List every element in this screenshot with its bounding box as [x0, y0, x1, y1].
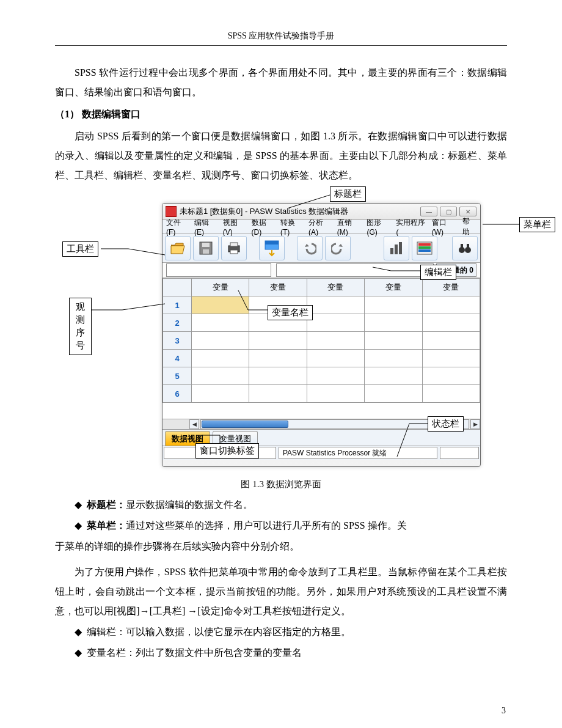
- svg-rect-11: [395, 245, 398, 254]
- bullet-term: 标题栏：: [87, 499, 126, 510]
- row-header[interactable]: 3: [163, 332, 192, 350]
- scroll-right-button[interactable]: ▶: [470, 419, 480, 429]
- data-cell[interactable]: [307, 332, 364, 350]
- menu-data[interactable]: 数据(D): [249, 218, 278, 237]
- svg-rect-9: [265, 241, 279, 245]
- svg-point-17: [459, 247, 465, 253]
- col-header[interactable]: 变量: [192, 279, 249, 296]
- data-cell[interactable]: [422, 367, 480, 385]
- data-cell[interactable]: [192, 296, 249, 314]
- chart-button[interactable]: [384, 236, 409, 260]
- undo-button[interactable]: [297, 236, 323, 260]
- data-cell[interactable]: [422, 314, 480, 332]
- data-cell[interactable]: [307, 296, 364, 314]
- app-icon: [166, 206, 177, 217]
- bar-chart-icon: [389, 241, 404, 256]
- diamond-icon: ◆: [75, 516, 82, 535]
- menu-edit[interactable]: 编辑(E): [192, 218, 221, 237]
- data-cell[interactable]: [422, 332, 480, 350]
- data-cell[interactable]: [192, 314, 249, 332]
- menu-file[interactable]: 文件(F): [164, 218, 192, 237]
- col-header[interactable]: 变量: [249, 279, 307, 296]
- data-cell[interactable]: [307, 314, 364, 332]
- corner-cell[interactable]: [163, 279, 192, 296]
- data-cell[interactable]: [249, 332, 307, 350]
- menu-window[interactable]: 窗口(W): [429, 218, 460, 237]
- label-varname: 变量名栏: [268, 305, 313, 320]
- data-cell[interactable]: [192, 385, 249, 403]
- col-header[interactable]: 变量: [307, 279, 364, 296]
- find-button[interactable]: [452, 236, 478, 260]
- svg-rect-16: [418, 249, 431, 252]
- menu-graphs[interactable]: 图形(G): [364, 218, 393, 237]
- col-header[interactable]: 变量: [365, 279, 422, 296]
- svg-rect-14: [418, 243, 431, 246]
- data-cell[interactable]: [307, 367, 364, 385]
- row-header[interactable]: 5: [163, 367, 192, 385]
- menu-analyze[interactable]: 分析(A): [306, 218, 335, 237]
- bullet-text: 变量名栏：列出了数据文件中所包含变量的变量名: [87, 643, 302, 663]
- label-rownum: 观 测 序 号: [69, 298, 92, 355]
- data-cell[interactable]: [249, 385, 307, 403]
- row-header[interactable]: 2: [163, 314, 192, 332]
- data-cell[interactable]: [365, 332, 422, 350]
- print-button[interactable]: [221, 236, 247, 260]
- data-cell[interactable]: [365, 350, 422, 367]
- data-cell[interactable]: [365, 296, 422, 314]
- data-cell[interactable]: [192, 367, 249, 385]
- close-button[interactable]: ✕: [459, 207, 476, 216]
- data-cell[interactable]: [422, 296, 480, 314]
- para-3-cont: 于菜单的详细的操作步骤将在后续实验内容中分别介绍。: [55, 537, 507, 556]
- data-grid: 变量 变量 变量 变量 变量 1 2 3 4 5 6: [162, 278, 480, 419]
- menu-help[interactable]: 帮助: [460, 216, 479, 237]
- row-header[interactable]: 6: [163, 385, 192, 403]
- data-cell[interactable]: [365, 385, 422, 403]
- bullet-text: 编辑栏：可以输入数据，以使它显示在内容区指定的方格里。: [87, 622, 351, 642]
- scroll-thumb[interactable]: [202, 421, 288, 428]
- save-icon: [199, 241, 213, 256]
- folder-open-icon: [170, 241, 186, 255]
- minimize-button[interactable]: —: [420, 207, 437, 216]
- diamond-icon: ◆: [75, 495, 82, 515]
- cell-reference-box[interactable]: [166, 263, 271, 277]
- label-status: 状态栏: [428, 416, 464, 432]
- label-toolbar: 工具栏: [62, 241, 98, 257]
- goto-button[interactable]: [259, 236, 285, 260]
- data-cell[interactable]: [249, 367, 307, 385]
- data-table[interactable]: 变量 变量 变量 变量 变量 1 2 3 4 5 6: [162, 278, 480, 403]
- value-labels-button[interactable]: [412, 236, 437, 260]
- data-cell[interactable]: [365, 367, 422, 385]
- row-header[interactable]: 1: [163, 296, 192, 314]
- data-cell[interactable]: [365, 314, 422, 332]
- cell-edit-box[interactable]: [276, 263, 434, 277]
- data-cell[interactable]: [307, 385, 364, 403]
- para-2: 启动 SPSS 后看到的第一个窗口便是数据编辑窗口，如图 1.3 所示。在数据编…: [55, 127, 507, 185]
- data-cell[interactable]: [192, 332, 249, 350]
- label-titlebar: 标题栏: [330, 186, 366, 202]
- data-cell[interactable]: [192, 350, 249, 367]
- svg-point-18: [465, 247, 471, 253]
- maximize-button[interactable]: ▢: [440, 207, 457, 216]
- open-button[interactable]: [165, 236, 191, 260]
- scroll-left-button[interactable]: ◀: [189, 419, 199, 429]
- data-cell[interactable]: [422, 385, 480, 403]
- svg-rect-10: [390, 248, 393, 254]
- menu-view[interactable]: 视图(V): [221, 218, 249, 237]
- data-cell[interactable]: [249, 350, 307, 367]
- diamond-icon: ◆: [75, 622, 82, 642]
- redo-icon: [331, 241, 345, 255]
- menu-direct[interactable]: 直销(M): [335, 218, 365, 237]
- row-header[interactable]: 4: [163, 350, 192, 367]
- col-header[interactable]: 变量: [422, 279, 480, 296]
- data-cell[interactable]: [307, 350, 364, 367]
- redo-button[interactable]: [325, 236, 351, 260]
- label-editbar: 编辑栏: [420, 265, 456, 280]
- menu-transform[interactable]: 转换(T): [278, 218, 306, 237]
- label-menubar: 菜单栏: [519, 217, 555, 232]
- status-processor: PASW Statistics Processor 就绪: [279, 447, 437, 459]
- bullet-menubar: ◆ 菜单栏：通过对这些菜单的选择，用户可以进行几乎所有的 SPSS 操作。关: [75, 516, 507, 535]
- page-number: 3: [502, 706, 506, 716]
- data-cell[interactable]: [422, 350, 480, 367]
- save-button[interactable]: [193, 236, 219, 260]
- menu-utilities[interactable]: 实用程序(: [393, 218, 429, 237]
